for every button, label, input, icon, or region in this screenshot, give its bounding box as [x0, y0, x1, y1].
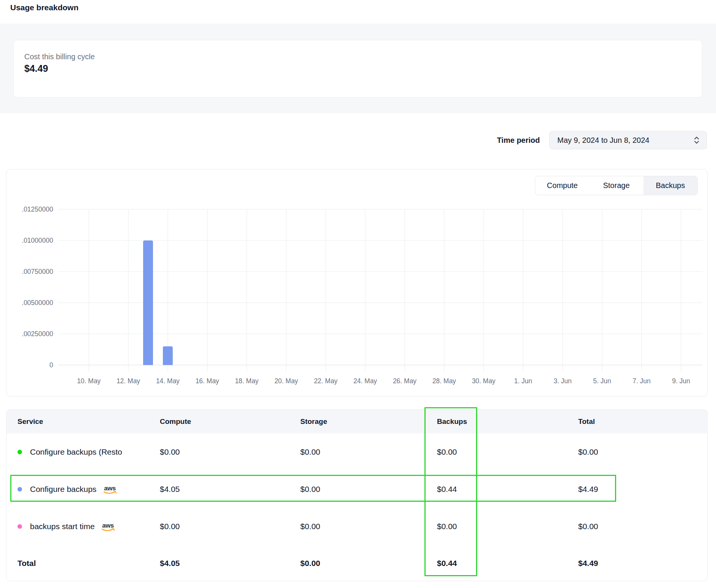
aws-icon: aws — [100, 522, 117, 533]
compute-total-cell: $4.05 — [160, 545, 180, 581]
usage-chart-card: Compute Storage Backups .01250000.010000… — [6, 169, 708, 397]
svg-text:16. May: 16. May — [196, 377, 219, 385]
column-header-total: Total — [578, 410, 595, 433]
svg-text:5. Jun: 5. Jun — [593, 377, 611, 385]
svg-text:3. Jun: 3. Jun — [554, 377, 572, 385]
backups-total-cell: $0.44 — [437, 545, 457, 581]
storage-cell: $0.00 — [300, 508, 320, 545]
svg-text:12. May: 12. May — [117, 377, 140, 385]
storage-cell: $0.00 — [300, 471, 320, 508]
backups-cell: $0.00 — [437, 433, 457, 471]
svg-text:1. Jun: 1. Jun — [514, 377, 532, 385]
service-name: Configure backups (Resto — [30, 447, 122, 457]
svg-text:18. May: 18. May — [235, 377, 259, 385]
column-header-storage: Storage — [300, 410, 327, 433]
table-header-row: Service Compute Storage Backups Total — [6, 410, 707, 433]
backups-cell: $0.44 — [437, 471, 457, 508]
svg-text:26. May: 26. May — [393, 377, 416, 385]
cost-card-value: $4.49 — [24, 63, 48, 74]
column-header-backups: Backups — [437, 410, 467, 433]
compute-cell: $0.00 — [160, 433, 180, 471]
svg-text:aws: aws — [104, 485, 116, 492]
table-row-backups-start-time: backups start time aws $0.00 $0.00 $0.00… — [6, 508, 707, 545]
svg-text:0: 0 — [49, 361, 53, 369]
svg-text:14. May: 14. May — [156, 377, 180, 385]
summary-section: Cost this billing cycle $4.49 — [0, 24, 716, 113]
svg-text:28. May: 28. May — [432, 377, 456, 385]
column-header-service: Service — [17, 410, 43, 433]
svg-text:10. May: 10. May — [77, 377, 101, 385]
usage-bar-chart: .01250000.01000000.00750000.00500000.002… — [6, 169, 707, 396]
svg-text:22. May: 22. May — [314, 377, 337, 385]
svg-text:.01000000: .01000000 — [22, 237, 53, 244]
backups-cell: $0.00 — [437, 508, 457, 545]
time-period-value: May 9, 2024 to Jun 8, 2024 — [557, 136, 693, 145]
usage-table: Service Compute Storage Backups Total Co… — [6, 409, 708, 581]
total-label: Total — [17, 545, 36, 581]
svg-text:24. May: 24. May — [353, 377, 377, 385]
series-dot-green — [17, 450, 22, 454]
svg-text:aws: aws — [102, 522, 114, 529]
total-cell: $0.00 — [578, 508, 598, 545]
aws-icon: aws — [102, 485, 118, 495]
total-cell: $0.00 — [578, 433, 598, 471]
service-name: Configure backups — [30, 485, 96, 494]
column-header-compute: Compute — [160, 410, 191, 433]
storage-cell: $0.00 — [300, 433, 320, 471]
storage-total-cell: $0.00 — [300, 545, 320, 581]
svg-text:20. May: 20. May — [274, 377, 298, 385]
time-period-select[interactable]: May 9, 2024 to Jun 8, 2024 — [549, 131, 707, 149]
svg-text:.00750000: .00750000 — [22, 268, 53, 275]
cost-card: Cost this billing cycle $4.49 — [13, 40, 702, 98]
service-name: backups start time — [30, 522, 95, 531]
usage-bar-13-may — [143, 240, 153, 365]
grand-total-cell: $4.49 — [578, 545, 598, 581]
table-row-configure-backups-restored: Configure backups (Resto $0.00 $0.00 $0.… — [6, 433, 707, 471]
table-row-configure-backups: Configure backups aws $4.05 $0.00 $0.44 … — [6, 471, 707, 508]
cost-card-label: Cost this billing cycle — [24, 52, 95, 61]
series-dot-pink — [17, 524, 22, 529]
svg-text:.00500000: .00500000 — [22, 299, 53, 307]
total-cell: $4.49 — [578, 471, 598, 508]
series-dot-blue — [17, 487, 22, 492]
svg-text:.01250000: .01250000 — [22, 205, 53, 213]
compute-cell: $4.05 — [160, 471, 180, 508]
service-cell: backups start time aws — [17, 508, 117, 545]
service-cell: Configure backups (Resto — [17, 433, 122, 471]
page-title: Usage breakdown — [10, 3, 79, 12]
table-total-row: Total $4.05 $0.00 $0.44 $4.49 — [6, 545, 707, 581]
svg-text:.00250000: .00250000 — [22, 330, 53, 338]
chevron-up-down-icon — [693, 136, 700, 145]
svg-text:9. Jun: 9. Jun — [672, 377, 690, 385]
svg-text:30. May: 30. May — [472, 377, 495, 385]
svg-text:7. Jun: 7. Jun — [632, 377, 651, 385]
usage-bar-14-may — [163, 346, 173, 365]
service-cell: Configure backups aws — [17, 471, 118, 508]
time-period-label: Time period — [497, 136, 540, 145]
compute-cell: $0.00 — [160, 508, 180, 545]
